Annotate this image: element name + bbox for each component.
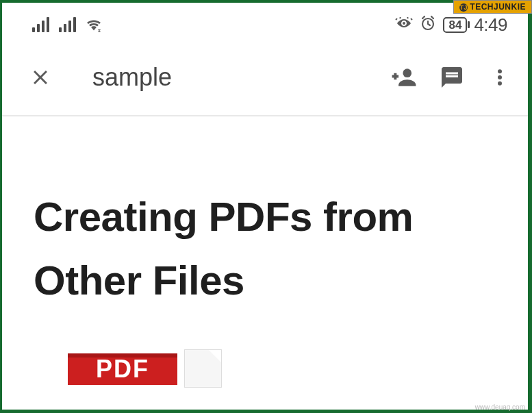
status-bar: 84 4:49 [2, 3, 528, 40]
brand-watermark: TJTECHJUNKIE [453, 0, 532, 14]
eye-icon [395, 17, 413, 32]
alarm-icon [420, 15, 436, 34]
app-bar: sample [2, 40, 528, 116]
battery-indicator: 84 [443, 17, 467, 33]
document-title: sample [92, 63, 390, 92]
svg-point-4 [498, 75, 502, 79]
clock: 4:49 [474, 14, 507, 36]
svg-point-3 [498, 69, 502, 73]
document-heading: Creating PDFs from Other Files [34, 185, 496, 312]
add-person-icon[interactable] [390, 63, 418, 92]
svg-point-2 [403, 68, 411, 77]
url-watermark: www.deuaq.com [475, 403, 525, 411]
app-bar-actions [390, 63, 514, 92]
pdf-icon: PDF [68, 353, 184, 395]
status-left [32, 17, 102, 32]
svg-point-0 [403, 22, 405, 25]
signal-icon-2 [59, 17, 76, 32]
signal-icon-1 [32, 17, 49, 32]
status-right: 84 4:49 [395, 14, 507, 36]
svg-point-5 [498, 82, 502, 86]
document-content[interactable]: Creating PDFs from Other Files PDF [2, 116, 528, 395]
more-icon[interactable] [485, 63, 514, 92]
comment-icon[interactable] [438, 63, 466, 92]
phone-frame: 84 4:49 sample [2, 3, 528, 410]
wifi-icon [86, 18, 102, 32]
close-icon[interactable] [27, 64, 54, 91]
